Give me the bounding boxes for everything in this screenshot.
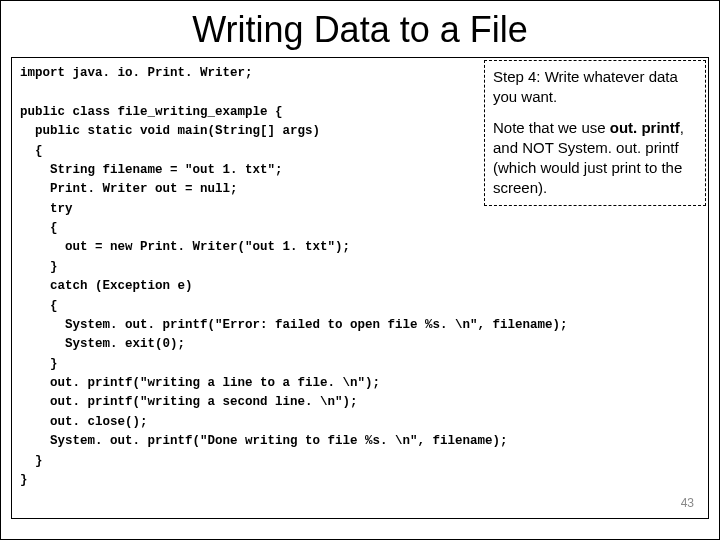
slide-title: Writing Data to a File xyxy=(1,9,719,51)
note-box: Step 4: Write whatever data you want. No… xyxy=(484,60,706,206)
code-line: } xyxy=(20,260,58,274)
code-line: { xyxy=(20,221,58,235)
code-line: public static void main(String[] args) xyxy=(20,124,320,138)
code-line: import java. io. Print. Writer; xyxy=(20,66,253,80)
content-box: import java. io. Print. Writer; public c… xyxy=(11,57,709,519)
code-line: public class file_writing_example { xyxy=(20,105,283,119)
code-line: } xyxy=(20,454,43,468)
code-line: catch (Exception e) xyxy=(20,279,193,293)
code-line: System. exit(0); xyxy=(20,337,185,351)
code-line: System. out. printf("Error: failed to op… xyxy=(20,318,568,332)
page-number: 43 xyxy=(681,496,694,510)
note-text: Note that we use xyxy=(493,119,610,136)
code-line: out = new Print. Writer("out 1. txt"); xyxy=(20,240,350,254)
note-detail: Note that we use out. printf, and NOT Sy… xyxy=(493,118,697,199)
code-line: { xyxy=(20,144,43,158)
slide: Writing Data to a File import java. io. … xyxy=(0,0,720,540)
code-line: Print. Writer out = null; xyxy=(20,182,238,196)
code-line: String filename = "out 1. txt"; xyxy=(20,163,283,177)
code-line: System. out. printf("Done writing to fil… xyxy=(20,434,508,448)
code-line: } xyxy=(20,357,58,371)
note-bold: out. printf xyxy=(610,119,680,136)
code-line: out. printf("writing a line to a file. \… xyxy=(20,376,380,390)
code-line: { xyxy=(20,299,58,313)
note-step: Step 4: Write whatever data you want. xyxy=(493,67,697,108)
code-line: try xyxy=(20,202,73,216)
code-line: out. printf("writing a second line. \n")… xyxy=(20,395,358,409)
code-line: } xyxy=(20,473,28,487)
code-line: out. close(); xyxy=(20,415,148,429)
